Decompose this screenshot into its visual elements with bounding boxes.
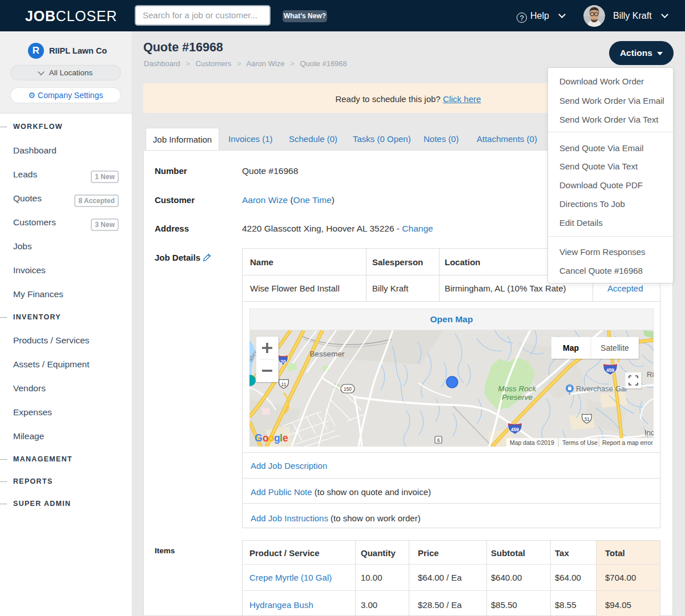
svg-text:e: e (283, 432, 288, 444)
svg-text:Terms of Use: Terms of Use (562, 439, 598, 446)
svg-text:Inc: Inc (644, 428, 654, 437)
svg-text:Ric: Ric (647, 370, 654, 379)
svg-text:Moss Rock: Moss Rock (498, 384, 537, 393)
svg-text:11: 11 (281, 382, 287, 387)
svg-text:Report a map error: Report a map error (602, 439, 653, 446)
svg-text:31: 31 (584, 416, 590, 422)
svg-text:6: 6 (437, 437, 440, 443)
svg-text:Map data ©2019: Map data ©2019 (510, 439, 554, 446)
svg-text:459: 459 (511, 427, 519, 432)
svg-text:Riverchase Gal: Riverchase Gal (576, 384, 627, 393)
svg-text:Map: Map (563, 343, 579, 352)
svg-text:459: 459 (606, 367, 614, 373)
svg-text:G: G (255, 432, 263, 444)
svg-text:Satellite: Satellite (601, 343, 629, 352)
svg-text:Bessemer: Bessemer (310, 350, 345, 358)
svg-text:Preserve: Preserve (502, 393, 533, 402)
svg-text:20: 20 (280, 359, 286, 364)
svg-text:150: 150 (344, 386, 352, 392)
